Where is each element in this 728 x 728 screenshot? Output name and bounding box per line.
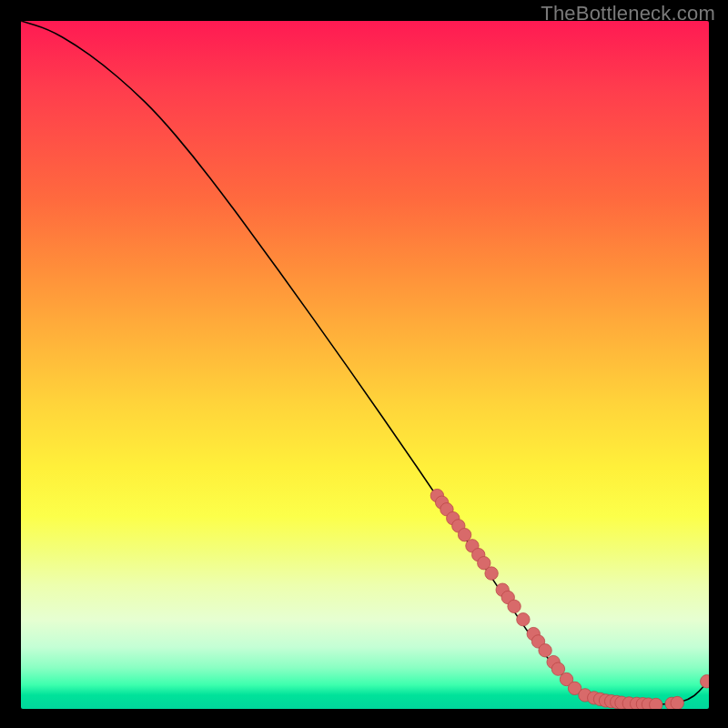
- plot-area: [21, 21, 709, 709]
- curve-marker: [517, 613, 530, 626]
- curve-marker: [701, 675, 709, 688]
- curve-marker: [650, 698, 662, 709]
- curve-marker: [539, 644, 551, 657]
- curve-markers: [430, 489, 709, 709]
- bottleneck-curve: [21, 21, 709, 704]
- curve-marker: [508, 600, 521, 612]
- curve-marker: [458, 529, 470, 541]
- watermark-text: TheBottleneck.com: [541, 2, 715, 25]
- curve-marker: [485, 567, 498, 580]
- chart-svg: [21, 21, 709, 709]
- curve-marker: [671, 696, 683, 709]
- chart-frame: TheBottleneck.com: [0, 0, 728, 728]
